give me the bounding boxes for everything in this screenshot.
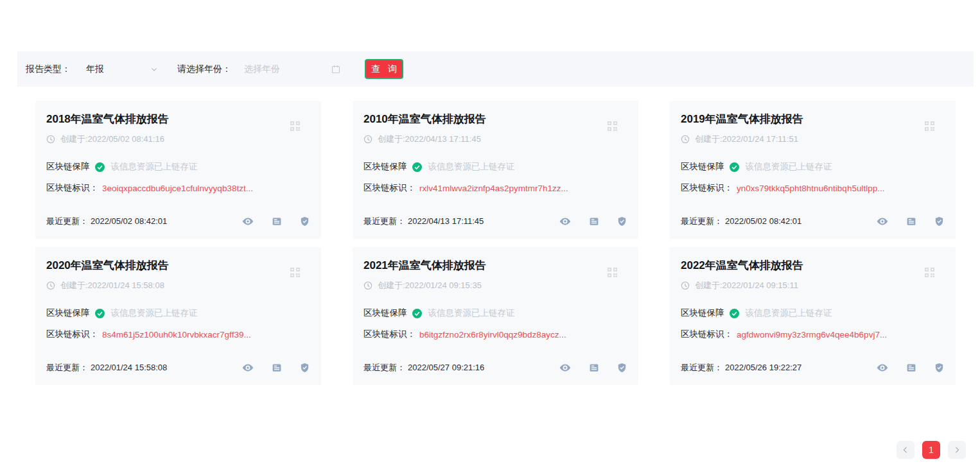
blockchain-status: 该信息资源已上链存证 bbox=[428, 161, 515, 173]
eye-icon[interactable] bbox=[559, 361, 572, 374]
chain-id-value[interactable]: rxlv41mlwva2iznfp4as2pymtmr7h1zz... bbox=[419, 184, 568, 193]
report-card[interactable]: 2018年温室气体排放报告 创建于:2022/05/02 08:41:16 区块… bbox=[35, 101, 321, 239]
chain-id-label: 区块链标识： bbox=[363, 182, 416, 194]
chain-id-label: 区块链标识： bbox=[681, 329, 733, 340]
updated-time: 2022/05/02 08:42:01 bbox=[91, 216, 167, 226]
detail-card-icon[interactable] bbox=[906, 362, 917, 374]
created-time: 创建于:2022/01/24 09:15:11 bbox=[695, 280, 798, 291]
report-type-select[interactable]: 年报 bbox=[78, 59, 163, 80]
blockchain-row: 区块链保障 该信息资源已上链存证 bbox=[681, 161, 945, 173]
eye-icon[interactable] bbox=[876, 361, 889, 374]
chevron-right-icon bbox=[953, 446, 961, 454]
updated-label: 最近更新： bbox=[681, 216, 722, 226]
blockchain-row: 区块链保障 该信息资源已上链存证 bbox=[46, 161, 310, 173]
next-page-button[interactable] bbox=[948, 441, 966, 459]
chevron-down-icon bbox=[150, 65, 158, 73]
updated-label: 最近更新： bbox=[363, 216, 405, 226]
check-circle-icon bbox=[95, 162, 105, 172]
check-circle-icon bbox=[95, 309, 105, 318]
detail-card-icon[interactable] bbox=[588, 216, 600, 227]
pagination: 1 bbox=[897, 441, 966, 459]
report-card[interactable]: 2021年温室气体排放报告 创建于:2022/01/24 09:15:35 区块… bbox=[353, 247, 638, 385]
qr-code-icon bbox=[290, 267, 301, 278]
report-card[interactable]: 2019年温室气体排放报告 创建于:2022/01/24 17:11:51 区块… bbox=[670, 101, 956, 239]
detail-card-icon[interactable] bbox=[906, 216, 917, 227]
shield-check-icon[interactable] bbox=[617, 216, 627, 227]
blockchain-label: 区块链保障 bbox=[363, 161, 407, 173]
card-actions bbox=[241, 215, 310, 228]
created-row: 创建于:2022/01/24 15:58:08 bbox=[46, 280, 310, 291]
updated-time: 2022/04/13 17:11:45 bbox=[408, 216, 484, 226]
card-actions bbox=[876, 215, 945, 228]
card-footer: 最近更新：2022/05/27 09:21:16 bbox=[363, 361, 627, 374]
shield-check-icon[interactable] bbox=[934, 216, 945, 227]
updated-time: 2022/05/27 09:21:16 bbox=[408, 363, 484, 372]
shield-check-icon[interactable] bbox=[617, 362, 627, 374]
check-circle-icon bbox=[730, 309, 739, 318]
blockchain-row: 区块链保障 该信息资源已上链存证 bbox=[363, 161, 627, 173]
chain-id-label: 区块链标识： bbox=[46, 329, 98, 340]
shield-check-icon[interactable] bbox=[934, 362, 945, 374]
clock-icon bbox=[681, 135, 690, 144]
updated-label: 最近更新： bbox=[681, 363, 722, 372]
year-picker-input[interactable]: 选择年份 bbox=[238, 59, 347, 80]
updated-row: 最近更新：2022/05/02 08:42:01 bbox=[681, 216, 801, 227]
check-circle-icon bbox=[412, 309, 422, 318]
check-circle-icon bbox=[730, 162, 739, 172]
chain-id-value[interactable]: 3eoiqxpaccdbu6ujce1cfulnvyyqb38tzt... bbox=[102, 184, 253, 193]
prev-page-button[interactable] bbox=[897, 441, 914, 459]
updated-label: 最近更新： bbox=[46, 216, 88, 226]
shield-check-icon[interactable] bbox=[299, 362, 310, 374]
card-actions bbox=[241, 361, 310, 374]
chain-id-value[interactable]: 8s4m61j5z100uh0k10rvbkxacr7gff39... bbox=[102, 330, 251, 340]
filter-bar: 报告类型： 年报 请选择年份： 选择年份 查 询 bbox=[17, 51, 974, 87]
eye-icon[interactable] bbox=[876, 215, 889, 228]
blockchain-row: 区块链保障 该信息资源已上链存证 bbox=[681, 307, 945, 319]
detail-card-icon[interactable] bbox=[271, 362, 283, 374]
blockchain-label: 区块链保障 bbox=[363, 307, 407, 319]
blockchain-status: 该信息资源已上链存证 bbox=[746, 161, 832, 173]
chain-id-value[interactable]: b6itgzfzno2rx6r8yirvl0qqz9bdz8aycz... bbox=[419, 330, 566, 340]
eye-icon[interactable] bbox=[241, 215, 254, 228]
eye-icon[interactable] bbox=[241, 361, 254, 374]
blockchain-label: 区块链保障 bbox=[46, 161, 90, 173]
chain-id-value[interactable]: agfdwonvi9my3z3rmg6v4qee4b6pvj7... bbox=[737, 330, 887, 340]
shield-check-icon[interactable] bbox=[299, 216, 310, 227]
report-card[interactable]: 2020年温室气体排放报告 创建于:2022/01/24 15:58:08 区块… bbox=[35, 247, 321, 385]
updated-time: 2022/05/26 19:22:27 bbox=[725, 363, 801, 372]
chain-id-value[interactable]: yn0xs79tkkq5pht8htnu6ntibqh5ultlpp... bbox=[737, 184, 884, 193]
created-row: 创建于:2022/05/02 08:41:16 bbox=[46, 133, 310, 145]
created-time: 创建于:2022/04/13 17:11:45 bbox=[378, 133, 481, 145]
detail-card-icon[interactable] bbox=[588, 362, 600, 374]
report-type-value: 年报 bbox=[86, 64, 104, 75]
clock-icon bbox=[363, 281, 372, 290]
card-footer: 最近更新：2022/05/26 19:22:27 bbox=[681, 361, 945, 374]
card-actions bbox=[876, 361, 945, 374]
eye-icon[interactable] bbox=[559, 215, 572, 228]
blockchain-status: 该信息资源已上链存证 bbox=[111, 307, 198, 319]
updated-row: 最近更新：2022/01/24 15:58:08 bbox=[46, 362, 167, 374]
report-card-grid: 2018年温室气体排放报告 创建于:2022/05/02 08:41:16 区块… bbox=[35, 101, 956, 385]
card-footer: 最近更新：2022/01/24 15:58:08 bbox=[46, 361, 310, 374]
check-circle-icon bbox=[412, 162, 422, 172]
updated-label: 最近更新： bbox=[363, 363, 405, 372]
report-card[interactable]: 2010年温室气体排放报告 创建于:2022/04/13 17:11:45 区块… bbox=[353, 101, 638, 239]
query-button[interactable]: 查 询 bbox=[365, 59, 403, 79]
chain-id-row: 区块链标识： rxlv41mlwva2iznfp4as2pymtmr7h1zz.… bbox=[363, 182, 627, 194]
detail-card-icon[interactable] bbox=[271, 216, 283, 227]
blockchain-status: 该信息资源已上链存证 bbox=[111, 161, 198, 173]
blockchain-status: 该信息资源已上链存证 bbox=[746, 307, 832, 319]
created-time: 创建于:2022/01/24 09:15:35 bbox=[378, 280, 482, 291]
created-time: 创建于:2022/05/02 08:41:16 bbox=[60, 133, 164, 145]
report-type-label: 报告类型： bbox=[26, 64, 71, 75]
page-button-1[interactable]: 1 bbox=[922, 441, 940, 459]
updated-row: 最近更新：2022/05/27 09:21:16 bbox=[363, 362, 484, 374]
updated-time: 2022/05/02 08:42:01 bbox=[725, 216, 801, 226]
created-row: 创建于:2022/01/24 09:15:11 bbox=[681, 280, 945, 291]
report-title: 2018年温室气体排放报告 bbox=[46, 112, 310, 126]
report-title: 2020年温室气体排放报告 bbox=[46, 259, 310, 273]
chain-id-row: 区块链标识： b6itgzfzno2rx6r8yirvl0qqz9bdz8ayc… bbox=[363, 329, 627, 340]
report-card[interactable]: 2022年温室气体排放报告 创建于:2022/01/24 09:15:11 区块… bbox=[670, 247, 956, 385]
blockchain-row: 区块链保障 该信息资源已上链存证 bbox=[46, 307, 310, 319]
qr-code-icon bbox=[924, 267, 935, 278]
